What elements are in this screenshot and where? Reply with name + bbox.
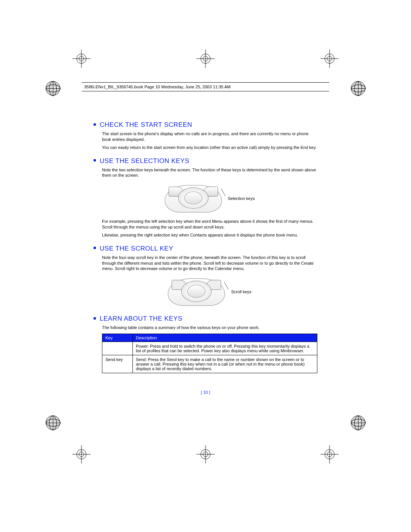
ornament-globe (46, 81, 60, 96)
figure-caption: Selection keys (228, 196, 255, 201)
body-text: Likewise, pressing the right selection k… (102, 232, 317, 238)
body-text: The start screen is the phone's display … (102, 131, 317, 142)
figure-selection-keys: Selection keys (102, 182, 317, 215)
crop-mark (320, 445, 339, 463)
ornament-globe (46, 415, 60, 430)
body-text: Note the two selection keys beneath the … (102, 167, 317, 179)
header-filename: 3586i.ENv1_BIL_9356745.book Page 10 Wedn… (84, 85, 231, 89)
crop-mark (72, 50, 91, 68)
table-cell-desc: Power: Press and hold to switch the phon… (133, 342, 317, 355)
keypad-illustration (168, 275, 225, 308)
body-text: Note the four-way scroll key in the cent… (102, 255, 317, 272)
figure-caption: Scroll keys (231, 289, 251, 294)
page-number: [ 10 ] (201, 390, 210, 395)
keypad-illustration (165, 182, 222, 215)
header-strip: 3586i.ENv1_BIL_9356745.book Page 10 Wedn… (82, 82, 329, 91)
body-text: The following table contains a summary o… (102, 325, 317, 331)
bullet-icon (94, 123, 96, 126)
table-row: Send key Send: Press the Send key to mak… (102, 355, 317, 373)
crop-mark (196, 50, 215, 68)
table-header-key: Key (102, 334, 133, 342)
crop-mark (320, 50, 339, 68)
table-header-desc: Description (133, 334, 317, 342)
section-title-scroll-key: Use the scroll key (94, 245, 317, 252)
figure-scroll-keys: Scroll keys (102, 275, 317, 308)
body-text: You can easily return to the start scree… (102, 145, 317, 150)
table-cell-key (102, 342, 133, 355)
section-title-check-start: Check the start screen (94, 121, 317, 129)
ornament-globe (351, 415, 365, 430)
table-cell-key: Send key (102, 355, 133, 373)
section-title-selection-keys: Use the selection keys (94, 157, 317, 165)
table-cell-desc: Send: Press the Send key to make a call … (133, 355, 317, 373)
crop-mark (196, 445, 215, 463)
body-text: For example, pressing the left selection… (102, 219, 317, 230)
section-title-learn-keys: Learn about the keys (94, 315, 317, 323)
keys-table: Key Description Power: Press and hold to… (102, 334, 317, 373)
bullet-icon (94, 159, 96, 161)
table-row: Power: Press and hold to switch the phon… (102, 342, 317, 355)
bullet-icon (94, 247, 96, 249)
ornament-globe (351, 81, 365, 96)
page-content: Check the start screen The start screen … (94, 114, 317, 373)
crop-mark (72, 445, 91, 463)
bullet-icon (94, 317, 96, 320)
